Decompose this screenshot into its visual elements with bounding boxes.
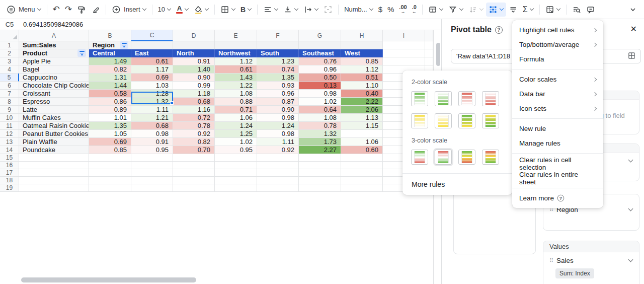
sum-button[interactable]: Σ (520, 3, 536, 17)
cell-C18[interactable] (131, 177, 173, 184)
cell-A2[interactable]: Product (19, 49, 89, 57)
row-header-18[interactable]: 18 (0, 177, 19, 184)
color-scale-swatch[interactable] (410, 112, 430, 130)
cell-F1[interactable] (257, 41, 299, 49)
cell-C14[interactable]: 0.95 (131, 146, 173, 154)
row-header-9[interactable]: 9 (0, 106, 19, 114)
cell-C11[interactable]: 0.68 (131, 122, 173, 130)
cell-D18[interactable] (173, 177, 215, 184)
increase-decimals-button[interactable]: .00→ (396, 3, 409, 17)
cell-C9[interactable]: 1.11 (131, 106, 173, 114)
pivot-table-button[interactable] (543, 3, 563, 17)
cell-A18[interactable] (19, 177, 89, 184)
menu-item-highlight-cell-rules[interactable]: Highlight cell rules (512, 23, 603, 37)
cell-D7[interactable]: 1.18 (173, 90, 215, 98)
cell-H12[interactable] (341, 130, 383, 138)
cell-F5[interactable]: 1.35 (257, 74, 299, 82)
cell-H7[interactable]: 0.40 (341, 90, 383, 98)
cell-A12[interactable]: Peanut Butter Cookies (19, 130, 89, 138)
comment-button[interactable] (584, 3, 598, 17)
menu-item-formula[interactable]: Formula (512, 52, 603, 66)
close-panel-button[interactable]: ✕ (630, 24, 637, 34)
column-header-E[interactable]: E (215, 30, 257, 41)
cell-F2[interactable]: South (257, 49, 299, 57)
cell-F3[interactable]: 1.23 (257, 57, 299, 65)
cell-I2[interactable] (383, 49, 425, 57)
cell-H9[interactable]: 2.06 (341, 106, 383, 114)
number-format-button[interactable]: Numb... (342, 3, 376, 17)
cell-F19[interactable] (257, 184, 299, 192)
cell-G10[interactable]: 1.08 (299, 114, 341, 122)
cell-E17[interactable] (215, 169, 257, 177)
cell-F14[interactable]: 0.92 (257, 146, 299, 154)
column-header-C[interactable]: C (131, 30, 173, 41)
select-all-corner[interactable] (0, 30, 19, 41)
cell-E1[interactable] (215, 41, 257, 49)
paint-format-button[interactable] (74, 3, 89, 17)
cell-D2[interactable]: North (173, 49, 215, 57)
cell-A14[interactable]: Poundcake (19, 146, 89, 154)
cell-G17[interactable] (299, 169, 341, 177)
cell-F4[interactable]: 0.74 (257, 65, 299, 74)
cell-A9[interactable]: Latte (19, 106, 89, 114)
cell-E15[interactable] (215, 154, 257, 162)
cell-F9[interactable]: 0.90 (257, 106, 299, 114)
cell-A19[interactable] (19, 184, 89, 192)
cell-G12[interactable]: 1.32 (299, 130, 341, 138)
cell-B11[interactable]: 1.35 (89, 122, 131, 130)
cell-A11[interactable]: Oatmeal Raisin Cookies (19, 122, 89, 130)
cell-D16[interactable] (173, 162, 215, 169)
cell-B19[interactable] (89, 184, 131, 192)
redo-button[interactable]: ↷ (62, 3, 74, 17)
drag-handle-icon[interactable]: ⠿ (549, 257, 553, 264)
cell-C1[interactable] (131, 41, 173, 49)
cell-F16[interactable] (257, 162, 299, 169)
cell-D6[interactable]: 0.99 (173, 82, 215, 90)
cell-G6[interactable]: 0.13 (299, 82, 341, 90)
cell-D17[interactable] (173, 169, 215, 177)
cell-E14[interactable]: 0.95 (215, 146, 257, 154)
cell-F11[interactable]: 1.24 (257, 122, 299, 130)
cell-x1[interactable] (425, 41, 433, 49)
cell-A16[interactable] (19, 162, 89, 169)
aggregation-badge[interactable]: Sum: Index (555, 268, 594, 278)
text-overflow-button[interactable] (301, 3, 321, 17)
row-header-15[interactable]: 15 (0, 154, 19, 162)
pivot-field-row-sales[interactable]: ⠿ Sales (543, 252, 639, 268)
cell-D4[interactable]: 1.40 (173, 65, 215, 74)
color-scale-swatch[interactable] (457, 148, 477, 166)
column-header-partial[interactable] (425, 30, 433, 41)
cell-E4[interactable]: 0.61 (215, 65, 257, 74)
cell-D5[interactable]: 0.90 (173, 74, 215, 82)
filter-icon[interactable] (77, 49, 86, 57)
menu-item-data-bar[interactable]: Data bar (512, 87, 603, 101)
currency-format-button[interactable]: $ (376, 3, 385, 17)
cell-H8[interactable]: 2.22 (341, 98, 383, 106)
cell-E7[interactable]: 1.08 (215, 90, 257, 98)
cell-B7[interactable]: 0.58 (89, 90, 131, 98)
cell-F15[interactable] (257, 154, 299, 162)
row-header-4[interactable]: 4 (0, 65, 19, 74)
insert-button[interactable]: Insert (109, 3, 149, 17)
row-header-14[interactable]: 14 (0, 146, 19, 154)
cell-A10[interactable]: Muffin Cakes (19, 114, 89, 122)
horizontal-scrollbar-thumb[interactable] (21, 277, 196, 282)
menu-item-top-bottom-average[interactable]: Top/bottom/average (512, 37, 603, 52)
conditional-format-button[interactable] (486, 3, 506, 17)
row-header-10[interactable]: 10 (0, 114, 19, 122)
filter-button[interactable] (446, 3, 466, 17)
cell-E16[interactable] (215, 162, 257, 169)
cell-G4[interactable]: 0.96 (299, 65, 341, 74)
cell-D14[interactable]: 0.70 (173, 146, 215, 154)
cell-D12[interactable]: 0.92 (173, 130, 215, 138)
cell-A13[interactable]: Plain Waffle (19, 138, 89, 146)
cell-A5[interactable]: Cappuccino (19, 74, 89, 82)
cell-G7[interactable]: 0.98 (299, 90, 341, 98)
cell-A7[interactable]: Croissant (19, 90, 89, 98)
cell-D15[interactable] (173, 154, 215, 162)
cell-A17[interactable] (19, 169, 89, 177)
cell-G15[interactable] (299, 154, 341, 162)
cell-I1[interactable] (383, 41, 425, 49)
cell-H14[interactable]: 0.60 (341, 146, 383, 154)
more-rules-item[interactable]: More rules (403, 173, 512, 195)
